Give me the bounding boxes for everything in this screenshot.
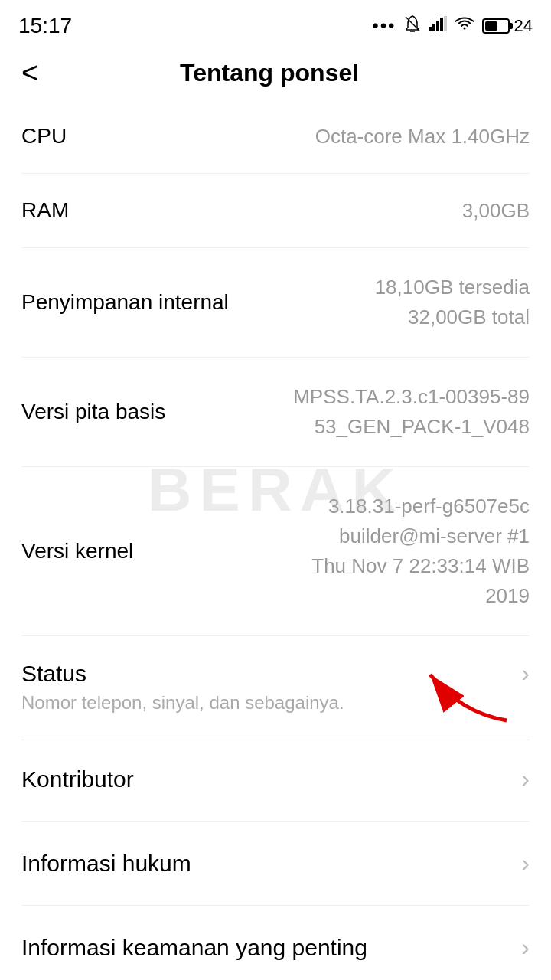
back-button[interactable]: < — [21, 58, 38, 87]
svg-rect-3 — [432, 24, 435, 31]
cpu-label: CPU — [21, 124, 67, 149]
svg-rect-6 — [444, 16, 447, 31]
legal-label: Informasi hukum — [21, 851, 191, 877]
status-bar: 15:17 ••• — [0, 0, 551, 46]
storage-label: Penyimpanan internal — [21, 290, 229, 315]
content-area: CPU Octa-core Max 1.40GHz RAM 3,00GB Pen… — [0, 100, 551, 980]
legal-row[interactable]: Informasi hukum › — [21, 822, 530, 906]
baseband-row: Versi pita basis MPSS.TA.2.3.c1-00395-89… — [21, 358, 530, 467]
cpu-value: Octa-core Max 1.40GHz — [67, 125, 530, 149]
baseband-label: Versi pita basis — [21, 400, 165, 424]
status-label: Status — [21, 661, 86, 687]
cpu-row: CPU Octa-core Max 1.40GHz — [21, 100, 530, 174]
dots-icon: ••• — [372, 15, 396, 37]
kernel-value: 3.18.31-perf-g6507e5cbuilder@mi-server #… — [133, 492, 530, 611]
status-row[interactable]: Status › Nomor telepon, sinyal, dan seba… — [21, 636, 530, 737]
battery-container: 24 — [482, 16, 533, 36]
safety-label: Informasi keamanan yang penting — [21, 935, 367, 961]
bell-icon — [404, 15, 421, 38]
svg-rect-4 — [436, 21, 439, 31]
status-row-top: Status › — [21, 659, 530, 688]
svg-rect-5 — [440, 18, 443, 31]
ram-value: 3,00GB — [69, 199, 530, 223]
status-chevron-icon: › — [521, 659, 530, 688]
kontributor-row[interactable]: Kontributor › — [21, 737, 530, 822]
battery-level: 24 — [514, 16, 533, 36]
wifi-icon — [455, 16, 474, 36]
legal-chevron-icon: › — [521, 849, 530, 877]
safety-row[interactable]: Informasi keamanan yang penting › — [21, 906, 530, 980]
svg-rect-2 — [429, 27, 432, 31]
top-nav: < Tentang ponsel — [0, 46, 551, 100]
ram-label: RAM — [21, 198, 69, 223]
kontributor-chevron-icon: › — [521, 765, 530, 793]
kontributor-label: Kontributor — [21, 766, 134, 792]
safety-chevron-icon: › — [521, 933, 530, 962]
storage-value: 18,10GB tersedia32,00GB total — [229, 273, 530, 332]
battery-icon — [482, 18, 510, 34]
baseband-value: MPSS.TA.2.3.c1-00395-8953_GEN_PACK-1_V04… — [165, 382, 530, 442]
kernel-label: Versi kernel — [21, 539, 133, 564]
status-subtitle: Nomor telepon, sinyal, dan sebagainya. — [21, 692, 530, 714]
ram-row: RAM 3,00GB — [21, 174, 530, 248]
signal-icon — [429, 16, 447, 36]
storage-row: Penyimpanan internal 18,10GB tersedia32,… — [21, 248, 530, 358]
status-icons: ••• — [372, 15, 533, 38]
kernel-row: Versi kernel 3.18.31-perf-g6507e5cbuilde… — [21, 467, 530, 636]
status-time: 15:17 — [18, 14, 72, 38]
page-title: Tentang ponsel — [54, 59, 485, 87]
